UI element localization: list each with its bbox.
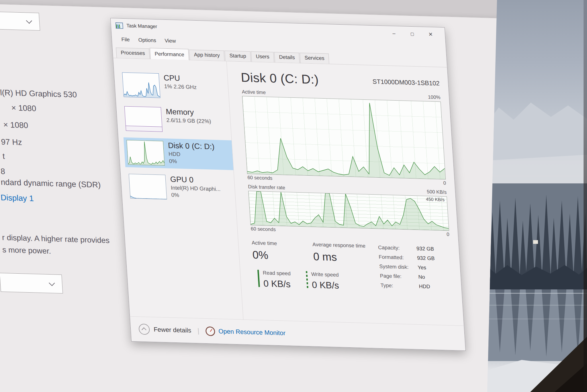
gpu-usage: 0% xyxy=(171,192,221,199)
menu-file[interactable]: File xyxy=(117,36,134,43)
minimize-button[interactable]: – xyxy=(384,26,404,41)
write-speed-value: 0 KB/s xyxy=(312,280,340,291)
transfer-rate-min-label: 0 xyxy=(447,232,450,237)
resource-monitor-icon[interactable] xyxy=(205,326,215,336)
performance-sidebar: CPU 1% 2.26 GHz Memory 2.6/11.9 GB (22%) xyxy=(113,58,244,320)
disk-mini-chart xyxy=(126,140,165,166)
disk-usage: 0% xyxy=(169,158,216,166)
chevron-down-icon xyxy=(49,280,55,286)
tab-users[interactable]: Users xyxy=(251,51,274,62)
window-title: Task Manager xyxy=(126,23,157,30)
maximize-button[interactable]: ▢ xyxy=(403,26,422,41)
settings-text-hint-1: r display. A higher rate provides xyxy=(2,233,110,245)
chevron-down-icon xyxy=(26,17,32,23)
tab-details[interactable]: Details xyxy=(274,52,300,63)
disk-title: Disk 0 (C: D:) xyxy=(168,141,215,151)
active-time-x-label: 60 seconds xyxy=(247,175,273,181)
sidebar-item-disk[interactable]: Disk 0 (C: D:) HDD 0% xyxy=(124,137,234,170)
task-manager-icon xyxy=(116,22,123,29)
transfer-rate-max-label: 500 KB/s xyxy=(427,189,447,195)
settings-text-gpu-name: l(R) HD Graphics 530 xyxy=(0,88,77,99)
cpu-stats: 1% 2.26 GHz xyxy=(164,83,197,90)
fewer-details-button[interactable]: Fewer details xyxy=(153,326,191,334)
transfer-rate-chart-label: Disk transfer rate xyxy=(248,184,285,191)
detail-row-formatted: Formatted:932 GB xyxy=(379,254,451,262)
active-time-min-label: 0 xyxy=(443,180,446,186)
active-time-stat-label: Active time xyxy=(251,240,300,247)
refresh-rate-dropdown[interactable] xyxy=(0,273,63,293)
memory-stats: 2.6/11.9 GB (22%) xyxy=(166,117,211,124)
menu-options[interactable]: Options xyxy=(134,37,161,44)
disk-performance-pane: Disk 0 (C: D:) ST1000DM003-1SB102 Active… xyxy=(227,61,464,326)
disk-model: ST1000DM003-1SB102 xyxy=(372,78,440,87)
tab-startup[interactable]: Startup xyxy=(225,51,251,62)
settings-text-fragment-t: t xyxy=(2,152,5,161)
close-button[interactable]: ✕ xyxy=(421,27,440,42)
detail-row-system-disk: System disk:Yes xyxy=(379,263,452,271)
sidebar-item-memory[interactable]: Memory 2.6/11.9 GB (22%) xyxy=(121,103,231,136)
desktop-wallpaper xyxy=(487,0,587,392)
page-title: Disk 0 (C: D:) xyxy=(240,70,319,87)
active-time-stat-value: 0% xyxy=(252,249,301,262)
avg-response-stat-value: 0 ms xyxy=(313,250,367,264)
read-speed-value: 0 KB/s xyxy=(263,278,291,290)
task-manager-window: Task Manager – ▢ ✕ File Options View Pro… xyxy=(110,18,466,351)
cpu-title: CPU xyxy=(163,73,196,83)
active-time-chart-label: Active time xyxy=(242,89,266,95)
settings-text-resolution-1: × 1080 xyxy=(11,103,37,113)
detail-row-page-file: Page file:No xyxy=(380,273,452,281)
transfer-rate-x-label: 60 seconds xyxy=(251,226,276,232)
wallpaper-scenery xyxy=(487,0,587,392)
open-resource-monitor-link[interactable]: Open Resource Monitor xyxy=(218,328,285,337)
menu-view[interactable]: View xyxy=(160,38,180,44)
settings-text-fragment-8: 8 xyxy=(0,167,5,176)
settings-text-hint-2: s more power. xyxy=(2,246,51,256)
detail-row-type: Type:HDD xyxy=(380,282,453,290)
disk-type: HDD xyxy=(169,151,215,158)
read-speed-legend-icon xyxy=(257,270,260,287)
settings-text-color-range: ndard dynamic range (SDR) xyxy=(1,178,101,190)
gpu-mini-chart xyxy=(129,174,167,199)
active-time-max-label: 100% xyxy=(428,94,441,100)
display-select-dropdown-top[interactable] xyxy=(0,11,40,30)
tab-performance[interactable]: Performance xyxy=(150,48,189,60)
avg-response-stat-label: Average response time xyxy=(312,242,365,249)
write-speed-label: Write speed xyxy=(311,271,339,278)
memory-title: Memory xyxy=(166,107,211,117)
tab-processes[interactable]: Processes xyxy=(116,48,150,59)
fewer-details-chevron-icon[interactable] xyxy=(138,324,150,335)
memory-mini-chart xyxy=(124,106,163,132)
read-speed-label: Read speed xyxy=(263,270,291,277)
detail-row-capacity: Capacity:932 GB xyxy=(378,244,450,252)
gpu-title: GPU 0 xyxy=(170,175,220,185)
cpu-mini-chart xyxy=(122,72,161,98)
write-speed-legend-icon xyxy=(306,271,308,288)
sidebar-item-gpu[interactable]: GPU 0 Intel(R) HD Graphi... 0% xyxy=(126,171,236,204)
settings-text-resolution-2: × 1080 xyxy=(3,120,29,130)
transfer-rate-chart: 450 KB/s xyxy=(248,191,449,231)
display-1-link[interactable]: Display 1 xyxy=(0,193,34,203)
sidebar-item-cpu[interactable]: CPU 1% 2.26 GHz xyxy=(119,70,229,103)
tab-app-history[interactable]: App history xyxy=(189,50,224,61)
active-time-chart xyxy=(242,96,446,179)
gpu-name: Intel(R) HD Graphi... xyxy=(171,185,221,192)
footer-divider: | xyxy=(197,327,199,335)
transfer-rate-scale-marker: 450 KB/s xyxy=(426,197,445,202)
disk-details: Capacity:932 GB Formatted:932 GB System … xyxy=(378,243,453,294)
settings-text-refresh-rate: 97 Hz xyxy=(1,137,22,147)
tab-services[interactable]: Services xyxy=(300,53,329,64)
photo-right-edge xyxy=(584,0,587,392)
